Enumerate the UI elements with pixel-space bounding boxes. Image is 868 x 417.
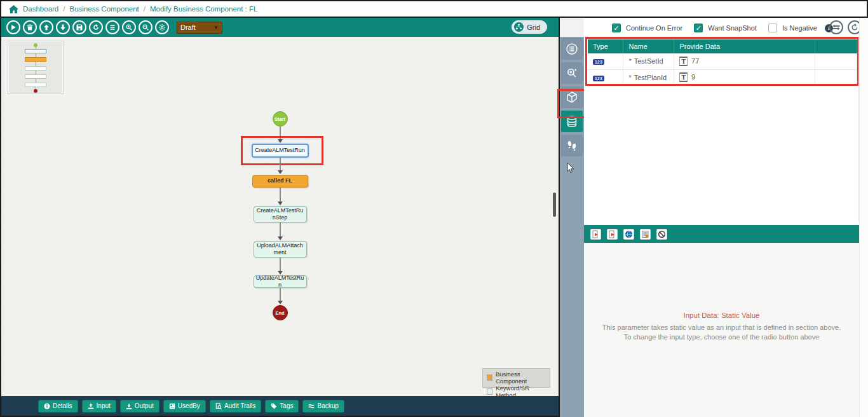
tab-audit-trails-label: Audit Trails bbox=[224, 402, 255, 409]
tab-backup[interactable]: Backup bbox=[302, 400, 344, 413]
flow-edge bbox=[280, 222, 281, 240]
table-header-row: Type Name Provide Data bbox=[588, 39, 857, 53]
config-data-icon[interactable] bbox=[640, 229, 651, 240]
end-node[interactable]: End bbox=[273, 305, 288, 320]
minimap-node bbox=[25, 83, 46, 87]
canvas-scrollbar-thumb[interactable] bbox=[553, 193, 556, 217]
parameters-panel: Continue On Error Want SnapShot Is Negat… bbox=[584, 18, 868, 417]
tab-tags-label: Tags bbox=[280, 402, 293, 409]
table-row[interactable]: 123 *TestSetId T77 bbox=[588, 53, 857, 69]
disabled-icon[interactable] bbox=[656, 229, 667, 240]
tab-backup-label: Backup bbox=[317, 402, 338, 409]
grid-button[interactable]: Grid bbox=[512, 20, 547, 34]
numeric-type-icon: 123 bbox=[593, 59, 604, 65]
home-icon[interactable] bbox=[9, 5, 18, 13]
continue-on-error-checkbox[interactable] bbox=[612, 24, 621, 32]
node-type-legend: Business Component Keyword/SR Method bbox=[482, 368, 550, 388]
move-up-button[interactable] bbox=[39, 20, 53, 34]
breadcrumb-dashboard[interactable]: Dashboard bbox=[23, 5, 58, 13]
flow-edge bbox=[280, 188, 281, 205]
minimap-start-dot bbox=[34, 43, 37, 47]
parameters-scroll-area[interactable]: Type Name Provide Data 123 *TestSetId T7… bbox=[584, 38, 868, 225]
start-node[interactable]: Start bbox=[273, 111, 288, 126]
table-row[interactable]: 123 *TestPlanId T9 bbox=[588, 69, 857, 85]
static-value-icon[interactable] bbox=[590, 229, 601, 240]
want-snapshot-label[interactable]: Want SnapShot bbox=[708, 24, 757, 32]
side-tab-component[interactable] bbox=[561, 86, 583, 108]
flow-edge bbox=[280, 126, 281, 142]
minimap-selected-node bbox=[25, 49, 46, 53]
required-marker: * bbox=[628, 57, 631, 65]
text-input-type-icon: T bbox=[679, 72, 688, 82]
layers-button[interactable] bbox=[105, 20, 119, 34]
want-snapshot-checkbox[interactable] bbox=[694, 24, 703, 32]
node-update-alm-test-run[interactable]: UpdateALMTestRun bbox=[254, 275, 307, 288]
zoom-out-button[interactable] bbox=[139, 20, 153, 34]
grid-button-label: Grid bbox=[527, 24, 540, 31]
tab-usedby-label: UsedBy bbox=[178, 402, 200, 409]
static-value-alt-icon[interactable] bbox=[607, 229, 618, 240]
global-variable-icon[interactable] bbox=[623, 229, 634, 240]
col-type: Type bbox=[588, 39, 623, 53]
node-create-alm-test-run[interactable]: CreateALMTestRun bbox=[252, 144, 309, 158]
side-strip-header bbox=[560, 18, 584, 37]
input-data-description-1: This parameter takes static value as an … bbox=[584, 323, 859, 332]
side-tab-strip bbox=[560, 37, 584, 417]
col-extra bbox=[815, 39, 857, 53]
flow-edge bbox=[280, 288, 281, 304]
is-negative-label[interactable]: Is Negative bbox=[782, 24, 817, 32]
param-name: TestPlanId bbox=[634, 74, 667, 81]
status-dropdown[interactable]: Draft ▼ bbox=[177, 22, 222, 34]
side-tab-details[interactable] bbox=[561, 38, 583, 60]
flow-toolbar: Draft ▼ Grid bbox=[1, 18, 559, 37]
col-provide-data: Provide Data bbox=[674, 39, 815, 53]
required-marker: * bbox=[628, 74, 631, 81]
side-tab-search-add[interactable] bbox=[561, 62, 583, 84]
settings-gear-button[interactable] bbox=[155, 20, 169, 34]
app-window: Dashboard / Business Component / Modify … bbox=[0, 0, 868, 417]
zoom-in-button[interactable] bbox=[122, 20, 136, 34]
breadcrumb-business-component[interactable]: Business Component bbox=[69, 5, 139, 13]
tab-output-label: Output bbox=[135, 402, 154, 409]
chevron-down-icon: ▼ bbox=[214, 25, 219, 31]
tab-tags[interactable]: Tags bbox=[265, 400, 299, 413]
breadcrumb: Dashboard / Business Component / Modify … bbox=[1, 1, 867, 18]
input-data-title: Input Data: Static Value bbox=[584, 311, 859, 319]
legend-label-business-component: Business Component bbox=[496, 371, 546, 385]
breadcrumb-separator: / bbox=[63, 5, 65, 13]
node-create-alm-test-run-step[interactable]: CreateALMTestRunStep bbox=[254, 206, 307, 222]
flow-edge bbox=[280, 158, 281, 174]
text-input-type-icon: T bbox=[679, 57, 688, 66]
side-tab-steps[interactable] bbox=[561, 135, 583, 156]
flow-canvas[interactable]: Start CreateALMTestRun called FL CreateA… bbox=[1, 37, 559, 396]
legend-swatch-keyword-method bbox=[487, 388, 492, 395]
minimap[interactable] bbox=[8, 41, 64, 94]
save-button[interactable] bbox=[72, 20, 86, 34]
play-button[interactable] bbox=[6, 20, 20, 34]
parameters-table: Type Name Provide Data 123 *TestSetId T7… bbox=[588, 39, 857, 86]
param-value[interactable]: 77 bbox=[691, 57, 699, 65]
minimap-orange-node bbox=[25, 57, 46, 62]
is-negative-checkbox[interactable] bbox=[768, 24, 777, 32]
param-value[interactable]: 9 bbox=[691, 73, 695, 81]
breadcrumb-separator: / bbox=[144, 5, 146, 13]
tab-details[interactable]: Details bbox=[38, 400, 78, 413]
tab-input[interactable]: Input bbox=[82, 400, 116, 413]
continue-on-error-label[interactable]: Continue On Error bbox=[626, 24, 682, 32]
tab-audit-trails[interactable]: Audit Trails bbox=[210, 400, 261, 413]
grid-hierarchy-icon bbox=[514, 22, 524, 32]
breadcrumb-current-page: Modify Business Component : FL bbox=[150, 5, 257, 13]
side-tab-test-data[interactable] bbox=[561, 111, 583, 132]
move-down-button[interactable] bbox=[56, 20, 70, 34]
node-upload-alm-attachment[interactable]: UploadALMAttachment bbox=[254, 241, 307, 257]
tab-details-label: Details bbox=[53, 402, 72, 409]
tab-usedby[interactable]: UsedBy bbox=[163, 400, 206, 413]
input-type-bar bbox=[584, 225, 859, 243]
swap-parameters-icon[interactable] bbox=[829, 20, 843, 34]
minimap-node bbox=[25, 66, 46, 71]
tab-output[interactable]: Output bbox=[120, 400, 159, 413]
delete-button[interactable] bbox=[23, 20, 37, 34]
input-data-info: Input Data: Static Value This parameter … bbox=[584, 243, 859, 417]
refresh-button[interactable] bbox=[89, 20, 103, 34]
node-called-fl[interactable]: called FL bbox=[252, 175, 308, 188]
